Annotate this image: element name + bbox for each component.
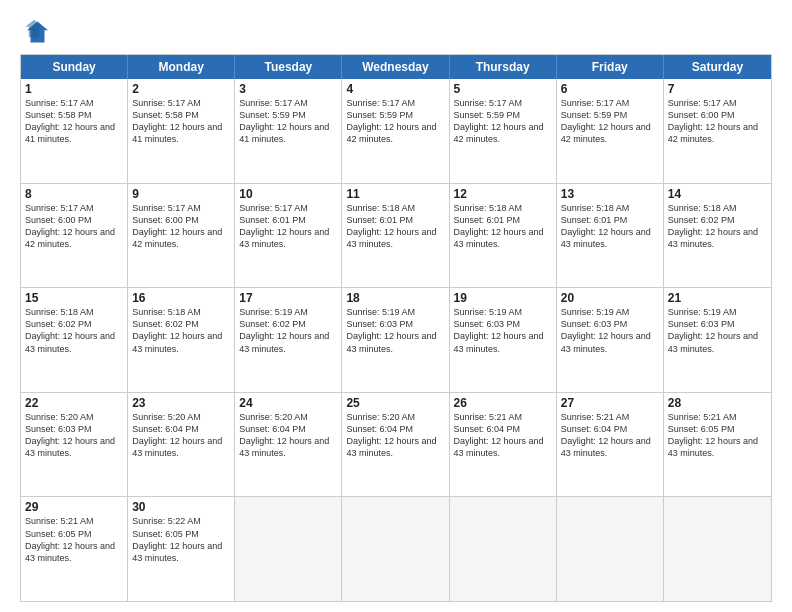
calendar-cell: 19Sunrise: 5:19 AMSunset: 6:03 PMDayligh… <box>450 288 557 392</box>
calendar-cell <box>557 497 664 601</box>
day-info: Sunrise: 5:19 AMSunset: 6:03 PMDaylight:… <box>561 306 659 355</box>
day-number: 26 <box>454 396 552 410</box>
day-number: 30 <box>132 500 230 514</box>
calendar-cell: 21Sunrise: 5:19 AMSunset: 6:03 PMDayligh… <box>664 288 771 392</box>
calendar-cell: 9Sunrise: 5:17 AMSunset: 6:00 PMDaylight… <box>128 184 235 288</box>
logo-icon <box>20 18 48 46</box>
calendar-cell: 2Sunrise: 5:17 AMSunset: 5:58 PMDaylight… <box>128 79 235 183</box>
calendar-cell: 23Sunrise: 5:20 AMSunset: 6:04 PMDayligh… <box>128 393 235 497</box>
day-info: Sunrise: 5:22 AMSunset: 6:05 PMDaylight:… <box>132 515 230 564</box>
header <box>20 18 772 46</box>
calendar-cell: 16Sunrise: 5:18 AMSunset: 6:02 PMDayligh… <box>128 288 235 392</box>
calendar-cell: 8Sunrise: 5:17 AMSunset: 6:00 PMDaylight… <box>21 184 128 288</box>
day-number: 23 <box>132 396 230 410</box>
day-number: 9 <box>132 187 230 201</box>
day-info: Sunrise: 5:21 AMSunset: 6:04 PMDaylight:… <box>454 411 552 460</box>
calendar-cell: 3Sunrise: 5:17 AMSunset: 5:59 PMDaylight… <box>235 79 342 183</box>
day-info: Sunrise: 5:21 AMSunset: 6:04 PMDaylight:… <box>561 411 659 460</box>
calendar-header-cell: Sunday <box>21 55 128 79</box>
day-number: 25 <box>346 396 444 410</box>
day-number: 24 <box>239 396 337 410</box>
calendar-header-cell: Thursday <box>450 55 557 79</box>
calendar-cell: 10Sunrise: 5:17 AMSunset: 6:01 PMDayligh… <box>235 184 342 288</box>
day-info: Sunrise: 5:18 AMSunset: 6:02 PMDaylight:… <box>668 202 767 251</box>
day-number: 4 <box>346 82 444 96</box>
calendar-cell <box>342 497 449 601</box>
day-info: Sunrise: 5:20 AMSunset: 6:04 PMDaylight:… <box>239 411 337 460</box>
calendar-row: 15Sunrise: 5:18 AMSunset: 6:02 PMDayligh… <box>21 287 771 392</box>
calendar-cell: 26Sunrise: 5:21 AMSunset: 6:04 PMDayligh… <box>450 393 557 497</box>
calendar-header: SundayMondayTuesdayWednesdayThursdayFrid… <box>21 55 771 79</box>
calendar-cell: 14Sunrise: 5:18 AMSunset: 6:02 PMDayligh… <box>664 184 771 288</box>
day-number: 10 <box>239 187 337 201</box>
day-number: 6 <box>561 82 659 96</box>
day-number: 8 <box>25 187 123 201</box>
day-number: 20 <box>561 291 659 305</box>
day-info: Sunrise: 5:20 AMSunset: 6:03 PMDaylight:… <box>25 411 123 460</box>
day-info: Sunrise: 5:20 AMSunset: 6:04 PMDaylight:… <box>132 411 230 460</box>
calendar-body: 1Sunrise: 5:17 AMSunset: 5:58 PMDaylight… <box>21 79 771 601</box>
calendar: SundayMondayTuesdayWednesdayThursdayFrid… <box>20 54 772 602</box>
calendar-cell: 18Sunrise: 5:19 AMSunset: 6:03 PMDayligh… <box>342 288 449 392</box>
calendar-cell: 27Sunrise: 5:21 AMSunset: 6:04 PMDayligh… <box>557 393 664 497</box>
day-info: Sunrise: 5:19 AMSunset: 6:03 PMDaylight:… <box>454 306 552 355</box>
calendar-cell: 29Sunrise: 5:21 AMSunset: 6:05 PMDayligh… <box>21 497 128 601</box>
calendar-header-cell: Tuesday <box>235 55 342 79</box>
calendar-header-cell: Saturday <box>664 55 771 79</box>
calendar-header-cell: Wednesday <box>342 55 449 79</box>
calendar-cell: 15Sunrise: 5:18 AMSunset: 6:02 PMDayligh… <box>21 288 128 392</box>
day-info: Sunrise: 5:19 AMSunset: 6:03 PMDaylight:… <box>346 306 444 355</box>
calendar-cell: 30Sunrise: 5:22 AMSunset: 6:05 PMDayligh… <box>128 497 235 601</box>
calendar-cell <box>664 497 771 601</box>
day-number: 5 <box>454 82 552 96</box>
calendar-cell: 12Sunrise: 5:18 AMSunset: 6:01 PMDayligh… <box>450 184 557 288</box>
day-info: Sunrise: 5:17 AMSunset: 6:00 PMDaylight:… <box>132 202 230 251</box>
day-number: 13 <box>561 187 659 201</box>
calendar-row: 29Sunrise: 5:21 AMSunset: 6:05 PMDayligh… <box>21 496 771 601</box>
day-number: 1 <box>25 82 123 96</box>
calendar-row: 22Sunrise: 5:20 AMSunset: 6:03 PMDayligh… <box>21 392 771 497</box>
calendar-cell <box>235 497 342 601</box>
day-number: 2 <box>132 82 230 96</box>
calendar-cell: 11Sunrise: 5:18 AMSunset: 6:01 PMDayligh… <box>342 184 449 288</box>
calendar-cell: 5Sunrise: 5:17 AMSunset: 5:59 PMDaylight… <box>450 79 557 183</box>
day-info: Sunrise: 5:17 AMSunset: 5:59 PMDaylight:… <box>454 97 552 146</box>
day-info: Sunrise: 5:18 AMSunset: 6:01 PMDaylight:… <box>346 202 444 251</box>
day-number: 29 <box>25 500 123 514</box>
day-number: 3 <box>239 82 337 96</box>
day-info: Sunrise: 5:21 AMSunset: 6:05 PMDaylight:… <box>668 411 767 460</box>
day-info: Sunrise: 5:17 AMSunset: 5:59 PMDaylight:… <box>561 97 659 146</box>
day-number: 17 <box>239 291 337 305</box>
day-number: 18 <box>346 291 444 305</box>
day-info: Sunrise: 5:18 AMSunset: 6:01 PMDaylight:… <box>454 202 552 251</box>
calendar-cell: 20Sunrise: 5:19 AMSunset: 6:03 PMDayligh… <box>557 288 664 392</box>
day-number: 28 <box>668 396 767 410</box>
day-info: Sunrise: 5:17 AMSunset: 5:58 PMDaylight:… <box>132 97 230 146</box>
day-info: Sunrise: 5:20 AMSunset: 6:04 PMDaylight:… <box>346 411 444 460</box>
day-number: 19 <box>454 291 552 305</box>
day-number: 11 <box>346 187 444 201</box>
day-number: 15 <box>25 291 123 305</box>
day-number: 14 <box>668 187 767 201</box>
day-info: Sunrise: 5:21 AMSunset: 6:05 PMDaylight:… <box>25 515 123 564</box>
day-info: Sunrise: 5:17 AMSunset: 6:01 PMDaylight:… <box>239 202 337 251</box>
day-number: 7 <box>668 82 767 96</box>
day-info: Sunrise: 5:17 AMSunset: 6:00 PMDaylight:… <box>25 202 123 251</box>
calendar-row: 1Sunrise: 5:17 AMSunset: 5:58 PMDaylight… <box>21 79 771 183</box>
calendar-cell: 13Sunrise: 5:18 AMSunset: 6:01 PMDayligh… <box>557 184 664 288</box>
calendar-cell: 6Sunrise: 5:17 AMSunset: 5:59 PMDaylight… <box>557 79 664 183</box>
calendar-cell: 1Sunrise: 5:17 AMSunset: 5:58 PMDaylight… <box>21 79 128 183</box>
calendar-cell: 4Sunrise: 5:17 AMSunset: 5:59 PMDaylight… <box>342 79 449 183</box>
calendar-header-cell: Friday <box>557 55 664 79</box>
day-info: Sunrise: 5:18 AMSunset: 6:02 PMDaylight:… <box>25 306 123 355</box>
day-info: Sunrise: 5:17 AMSunset: 5:58 PMDaylight:… <box>25 97 123 146</box>
calendar-cell: 24Sunrise: 5:20 AMSunset: 6:04 PMDayligh… <box>235 393 342 497</box>
calendar-cell: 7Sunrise: 5:17 AMSunset: 6:00 PMDaylight… <box>664 79 771 183</box>
day-number: 16 <box>132 291 230 305</box>
calendar-header-cell: Monday <box>128 55 235 79</box>
day-number: 21 <box>668 291 767 305</box>
page: SundayMondayTuesdayWednesdayThursdayFrid… <box>0 0 792 612</box>
day-number: 27 <box>561 396 659 410</box>
calendar-cell: 22Sunrise: 5:20 AMSunset: 6:03 PMDayligh… <box>21 393 128 497</box>
day-info: Sunrise: 5:17 AMSunset: 5:59 PMDaylight:… <box>346 97 444 146</box>
